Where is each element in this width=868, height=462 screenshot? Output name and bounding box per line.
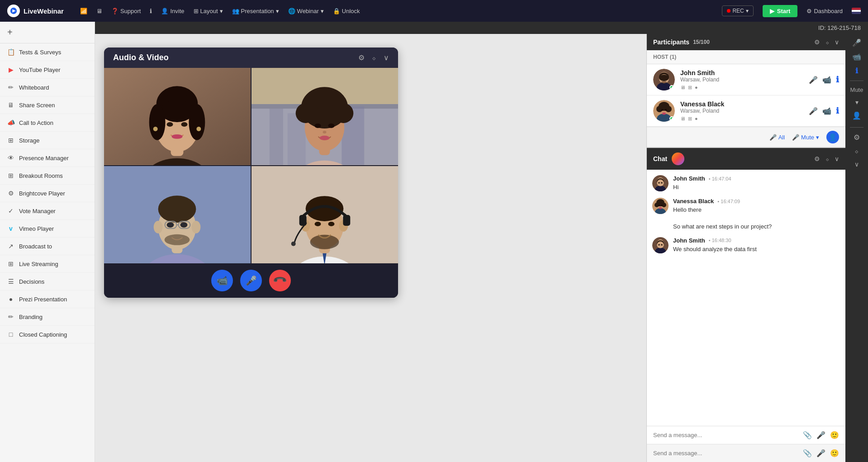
svg-point-14 — [153, 127, 158, 131]
svg-point-39 — [158, 195, 196, 223]
voice-message-icon[interactable]: 🎤 — [816, 431, 825, 439]
windows-icon: ⊞ — [688, 116, 692, 122]
mute-all-button[interactable]: 🎤 Mute ▾ — [792, 134, 819, 141]
start-button[interactable]: ▶ Start — [763, 5, 798, 17]
side-add-person-icon[interactable]: 👤 — [852, 111, 861, 120]
language-flag[interactable] — [852, 8, 861, 14]
side-mute-icon[interactable]: Mute — [850, 86, 863, 93]
mic-action-icon[interactable]: 🎤 — [809, 107, 818, 115]
sidebar-item-breakout-rooms[interactable]: ⊞ Breakout Rooms — [0, 167, 95, 185]
sidebar-item-share-screen[interactable]: 🖥 Share Screen — [0, 96, 95, 114]
add-participant-button[interactable]: 👤 — [826, 131, 839, 143]
side-settings-icon2[interactable]: ⚙ — [854, 133, 860, 142]
chevron-down-icon[interactable]: ∨ — [384, 53, 389, 62]
layout-menu[interactable]: ⊞ Layout ▾ — [194, 8, 223, 14]
svg-point-34 — [320, 136, 330, 140]
sidebar-item-label: Live Streaming — [19, 261, 58, 267]
info-action-icon[interactable]: ℹ — [836, 75, 839, 85]
second-emoji-icon[interactable]: 🙂 — [830, 449, 839, 457]
sidebar-item-closed-captioning[interactable]: □ Closed Captioning — [0, 326, 95, 343]
info-button[interactable]: ℹ — [150, 8, 152, 14]
chat-message-input[interactable] — [653, 432, 799, 438]
hangup-button[interactable]: 📞 — [269, 270, 291, 291]
sidebar-item-vimeo-player[interactable]: v Vimeo Player — [0, 220, 95, 238]
invite-button[interactable]: 👤 Invite — [161, 8, 184, 14]
decisions-icon: ☰ — [7, 278, 14, 285]
attachment-icon[interactable]: 📎 — [803, 431, 812, 439]
participant-devices: 🖥 ⊞ ● — [680, 116, 803, 122]
sidebar-item-live-streaming[interactable]: ⊞ Live Streaming — [0, 255, 95, 273]
sidebar-item-call-to-action[interactable]: 📣 Call to Action — [0, 114, 95, 132]
split-icon[interactable]: ⬦ — [372, 54, 376, 62]
chat-text-1: Hi — [673, 183, 840, 191]
support-link[interactable]: ❓ Support — [111, 8, 141, 14]
participants-split-icon[interactable]: ⬦ — [825, 38, 829, 46]
sidebar-item-label: Presence Manager — [19, 155, 69, 162]
settings-icon[interactable]: ⚙ — [358, 53, 365, 62]
side-collapse-icon2[interactable]: ∨ — [854, 161, 859, 168]
captions-icon: □ — [7, 331, 14, 338]
sidebar-add-button[interactable]: + — [0, 22, 95, 43]
participants-collapse-icon[interactable]: ∨ — [835, 38, 839, 46]
side-chevron-icon[interactable]: ▾ — [855, 99, 859, 106]
chat-collapse-icon[interactable]: ∨ — [835, 155, 839, 162]
wifi-status: 📶 — [80, 8, 87, 14]
video-toggle-button[interactable]: 📹 — [211, 270, 233, 291]
svg-point-94 — [658, 205, 660, 206]
side-mic-icon[interactable]: 🎤 — [852, 38, 861, 47]
dashboard-link[interactable]: ⚙ Dashboard — [806, 8, 843, 14]
second-voice-icon[interactable]: 🎤 — [816, 449, 825, 457]
sidebar-item-broadcast-to[interactable]: ↗ Broadcast to — [0, 238, 95, 255]
vote-icon: ✓ — [7, 207, 14, 214]
sidebar-item-youtube-player[interactable]: ▶ YouTube Player — [0, 61, 95, 79]
sidebar-item-label: Vote Manager — [19, 208, 56, 214]
rec-button[interactable]: REC ▾ — [722, 5, 753, 16]
mic-toggle-button[interactable]: 🎤 — [240, 270, 262, 291]
sidebar-item-whiteboard[interactable]: ✏ Whiteboard — [0, 79, 95, 96]
participant-location: Warsaw, Poland — [680, 76, 803, 83]
sidebar-item-branding[interactable]: ✏ Branding — [0, 308, 95, 326]
presentation-menu[interactable]: 👥 Presentation ▾ — [232, 8, 279, 14]
all-label: All — [778, 134, 785, 141]
mic-action-icon[interactable]: 🎤 — [809, 76, 818, 84]
camera-action-icon[interactable]: 📹 — [822, 76, 831, 84]
side-split-icon2[interactable]: ⬦ — [854, 147, 859, 155]
broadcast-icon: ↗ — [7, 243, 14, 250]
chat-message-1: John Smith • 16:47:04 Hi — [652, 175, 840, 191]
john-smith-actions: 🎤 📹 ℹ — [809, 75, 839, 85]
chat-settings-icon[interactable]: ⚙ — [814, 155, 820, 162]
vanessa-black-info: Vanessa Black Warsaw, Poland 🖥 ⊞ ● — [680, 100, 803, 122]
camera-action-icon[interactable]: 📹 — [822, 107, 831, 115]
vanessa-black-avatar — [653, 100, 675, 122]
sidebar-item-presence-manager[interactable]: 👁 Presence Manager — [0, 149, 95, 167]
second-chat-input[interactable] — [653, 450, 799, 457]
svg-point-30 — [316, 93, 334, 111]
side-info-icon[interactable]: ℹ — [855, 67, 858, 75]
participants-settings-icon[interactable]: ⚙ — [814, 38, 820, 46]
sidebar-item-prezi-presentation[interactable]: ● Prezi Presentation — [0, 291, 95, 308]
sidebar-item-storage[interactable]: ⊞ Storage — [0, 132, 95, 149]
all-mute-toggle[interactable]: 🎤 All — [769, 134, 785, 141]
chat-text-3: We should analyze the data first — [673, 245, 840, 253]
info-action-icon[interactable]: ℹ — [836, 106, 839, 116]
video-content-area: Audio & Video ⚙ ⬦ ∨ — [95, 34, 646, 462]
chevron-down-icon: ▾ — [321, 8, 324, 14]
side-camera-icon[interactable]: 📹 — [852, 52, 861, 61]
chat-header: Chat ⚙ ⬦ ∨ — [647, 148, 845, 170]
second-attachment-icon[interactable]: 📎 — [803, 449, 812, 457]
svg-point-92 — [655, 203, 659, 207]
app-logo[interactable]: LiveWebinar — [7, 5, 64, 17]
chat-split-icon[interactable]: ⬦ — [825, 155, 829, 162]
sidebar-item-decisions[interactable]: ☰ Decisions — [0, 273, 95, 291]
unlock-button[interactable]: 🔒 Unlock — [333, 8, 360, 14]
sidebar-item-tests-surveys[interactable]: 📋 Tests & Surveys — [0, 43, 95, 61]
storage-icon: ⊞ — [7, 137, 14, 144]
sidebar-item-brightcove-player[interactable]: ⚙ Brightcove Player — [0, 185, 95, 202]
svg-point-70 — [661, 81, 667, 84]
svg-rect-19 — [270, 109, 283, 165]
webinar-menu[interactable]: 🌐 Webinar ▾ — [288, 8, 324, 14]
sidebar-item-vote-manager[interactable]: ✓ Vote Manager — [0, 202, 95, 220]
chat-message-2-content: Vanessa Black • 16:47:09 Hello thereSo w… — [673, 198, 840, 231]
emoji-icon[interactable]: 🙂 — [830, 431, 839, 439]
info-icon: ℹ — [150, 8, 152, 14]
